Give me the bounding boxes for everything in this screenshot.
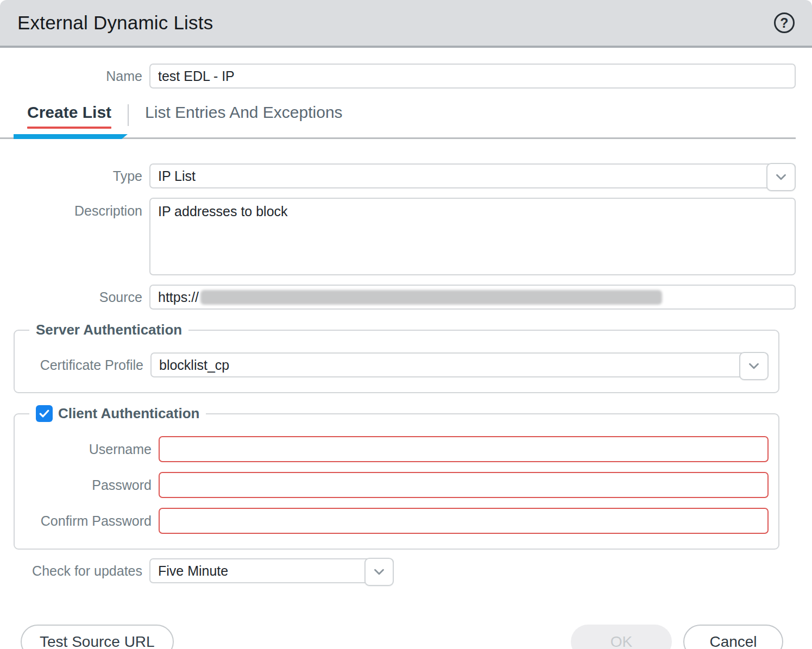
name-input[interactable] <box>149 64 796 89</box>
check-for-updates-value: Five Minute <box>158 563 228 579</box>
help-icon[interactable]: ? <box>774 12 795 33</box>
type-row: Type IP List <box>0 163 796 188</box>
dialog-titlebar: External Dynamic Lists ? <box>0 0 812 48</box>
password-row: Password <box>15 472 769 498</box>
tab-list-entries-label: List Entries And Exceptions <box>145 103 343 122</box>
username-row: Username <box>15 436 769 462</box>
confirm-password-row: Confirm Password <box>15 508 769 534</box>
description-value: IP addresses to block <box>158 204 288 219</box>
ok-button[interactable]: OK <box>571 625 672 649</box>
external-dynamic-lists-dialog: External Dynamic Lists ? Name Create Lis… <box>0 0 812 649</box>
active-tab-blue-bar <box>14 134 128 139</box>
certificate-profile-select[interactable]: blocklist_cp <box>150 352 769 377</box>
client-authentication-legend: Client Authentication <box>29 405 206 422</box>
certificate-profile-label: Certificate Profile <box>15 357 150 373</box>
type-label: Type <box>0 168 149 184</box>
tab-bar-underline <box>0 129 796 141</box>
password-label: Password <box>15 477 159 493</box>
type-select[interactable]: IP List <box>149 163 796 188</box>
name-label: Name <box>0 68 149 84</box>
source-redaction-bar <box>200 290 662 305</box>
description-row: Description IP addresses to block <box>0 198 796 275</box>
confirm-password-input[interactable] <box>159 508 769 534</box>
confirm-password-label: Confirm Password <box>15 513 159 529</box>
tab-create-list[interactable]: Create List <box>27 103 111 129</box>
certificate-profile-value: blocklist_cp <box>159 357 229 373</box>
source-input[interactable]: https:// <box>149 285 796 310</box>
source-url-prefix: https:// <box>158 289 199 305</box>
chevron-down-icon[interactable] <box>739 352 769 380</box>
client-authentication-checkbox[interactable] <box>36 405 53 422</box>
client-authentication-section: Client Authentication Username Password … <box>14 405 779 550</box>
test-source-url-button[interactable]: Test Source URL <box>21 625 174 649</box>
server-authentication-title: Server Authentication <box>29 322 188 338</box>
chevron-down-icon[interactable] <box>766 163 796 191</box>
source-row: Source https:// <box>0 285 796 310</box>
check-for-updates-label: Check for updates <box>0 563 149 579</box>
certificate-profile-row: Certificate Profile blocklist_cp <box>15 352 769 377</box>
tab-list-entries-and-exceptions[interactable]: List Entries And Exceptions <box>145 103 343 122</box>
name-row: Name <box>0 64 796 89</box>
tab-divider <box>128 104 129 126</box>
tab-bar: Create List List Entries And Exceptions <box>0 103 796 129</box>
source-label: Source <box>0 289 149 305</box>
check-for-updates-select[interactable]: Five Minute <box>149 558 394 583</box>
username-input[interactable] <box>159 436 769 462</box>
username-label: Username <box>15 442 159 457</box>
password-input[interactable] <box>159 472 769 498</box>
chevron-down-icon[interactable] <box>364 558 394 586</box>
tab-create-list-label: Create List <box>27 103 111 122</box>
type-select-value: IP List <box>158 168 196 184</box>
checkmark-icon <box>38 407 51 420</box>
page-title: External Dynamic Lists <box>17 12 213 34</box>
cancel-button[interactable]: Cancel <box>683 625 783 649</box>
description-label: Description <box>0 198 149 219</box>
help-glyph: ? <box>780 15 788 31</box>
check-for-updates-row: Check for updates Five Minute <box>0 558 796 583</box>
client-authentication-title: Client Authentication <box>58 405 199 422</box>
dialog-body: Name Create List List Entries And Except… <box>0 64 812 649</box>
dialog-footer: Test Source URL OK Cancel <box>0 625 796 649</box>
description-textarea[interactable]: IP addresses to block <box>149 198 796 275</box>
server-authentication-section: Server Authentication Certificate Profil… <box>14 322 779 393</box>
